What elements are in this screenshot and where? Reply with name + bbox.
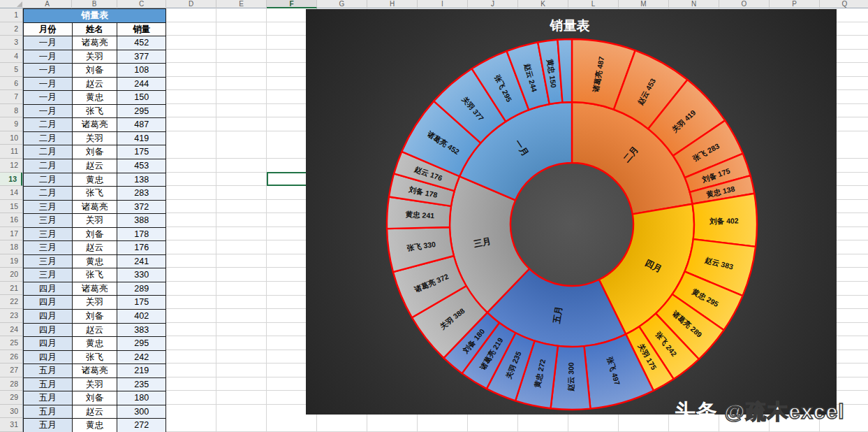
cell[interactable]: 150 bbox=[117, 91, 166, 105]
cell[interactable]: 黄忠 bbox=[73, 337, 118, 351]
cell[interactable]: 402 bbox=[117, 310, 166, 324]
sales-sunburst-chart[interactable]: 二月诸葛亮 487赵云 453关羽 419张飞 283刘备 175黄忠 138四… bbox=[306, 9, 837, 415]
cell[interactable]: 诸葛亮 bbox=[73, 201, 118, 215]
cell[interactable]: 黄忠 bbox=[73, 419, 118, 432]
row-header-4[interactable]: 4 bbox=[0, 50, 22, 64]
cell[interactable]: 419 bbox=[117, 132, 166, 146]
cell[interactable]: 四月 bbox=[24, 296, 73, 310]
column-header-L[interactable]: L bbox=[568, 0, 619, 8]
column-header-N[interactable]: N bbox=[669, 0, 719, 8]
cell[interactable]: 黄忠 bbox=[73, 173, 118, 187]
cell[interactable]: 诸葛亮 bbox=[73, 36, 118, 50]
cell[interactable]: 219 bbox=[117, 364, 166, 378]
cell[interactable]: 张飞 bbox=[73, 187, 118, 201]
row-header-2[interactable]: 2 bbox=[0, 22, 22, 36]
row-header-26[interactable]: 26 bbox=[0, 350, 22, 364]
cell[interactable]: 388 bbox=[117, 214, 166, 228]
row-header-19[interactable]: 19 bbox=[0, 254, 22, 268]
cell[interactable]: 295 bbox=[117, 105, 166, 119]
cell[interactable]: 诸葛亮 bbox=[73, 282, 118, 296]
column-header-O[interactable]: O bbox=[719, 0, 770, 8]
cell[interactable]: 330 bbox=[117, 268, 166, 282]
cell[interactable]: 二月 bbox=[24, 145, 73, 159]
cell[interactable]: 黄忠 bbox=[73, 255, 118, 269]
cell[interactable]: 五月 bbox=[24, 419, 73, 432]
row-header-11[interactable]: 11 bbox=[0, 145, 22, 159]
cell[interactable]: 关羽 bbox=[73, 296, 118, 310]
cell[interactable]: 四月 bbox=[24, 337, 73, 351]
row-header-23[interactable]: 23 bbox=[0, 309, 22, 323]
cell[interactable]: 372 bbox=[117, 201, 166, 215]
row-header-20[interactable]: 20 bbox=[0, 268, 22, 282]
row-header-10[interactable]: 10 bbox=[0, 131, 22, 145]
column-header-K[interactable]: K bbox=[518, 0, 568, 8]
cell[interactable]: 关羽 bbox=[73, 214, 118, 228]
cell[interactable]: 二月 bbox=[24, 132, 73, 146]
cell[interactable]: 175 bbox=[117, 296, 166, 310]
cell[interactable]: 487 bbox=[117, 118, 166, 132]
cell[interactable]: 三月 bbox=[24, 201, 73, 215]
cell[interactable]: 四月 bbox=[24, 324, 73, 338]
cell[interactable]: 295 bbox=[117, 337, 166, 351]
row-header-6[interactable]: 6 bbox=[0, 77, 22, 91]
column-header-C[interactable]: C bbox=[117, 0, 166, 8]
cell[interactable]: 五月 bbox=[24, 378, 73, 392]
row-header-30[interactable]: 30 bbox=[0, 405, 22, 419]
row-header-18[interactable]: 18 bbox=[0, 240, 22, 254]
row-header-28[interactable]: 28 bbox=[0, 377, 22, 391]
cell[interactable]: 452 bbox=[117, 36, 166, 50]
column-header-A[interactable]: A bbox=[23, 0, 72, 8]
cell[interactable]: 一月 bbox=[24, 50, 73, 64]
row-header-14[interactable]: 14 bbox=[0, 186, 22, 200]
cell[interactable]: 一月 bbox=[24, 105, 73, 119]
table-header-3[interactable]: 销量 bbox=[117, 23, 166, 37]
row-header-12[interactable]: 12 bbox=[0, 159, 22, 173]
cell[interactable]: 关羽 bbox=[73, 378, 118, 392]
row-header-31[interactable]: 31 bbox=[0, 418, 22, 432]
cell[interactable]: 二月 bbox=[24, 187, 73, 201]
cell[interactable]: 383 bbox=[117, 324, 166, 338]
row-header-22[interactable]: 22 bbox=[0, 295, 22, 309]
cell[interactable]: 377 bbox=[117, 50, 166, 64]
chart-title[interactable]: 销量表 bbox=[550, 18, 591, 33]
cell[interactable]: 235 bbox=[117, 378, 166, 392]
cell[interactable]: 二月 bbox=[24, 159, 73, 173]
table-header-1[interactable]: 月份 bbox=[24, 23, 73, 37]
cell[interactable]: 272 bbox=[117, 419, 166, 432]
cell[interactable]: 张飞 bbox=[73, 351, 118, 365]
cell[interactable]: 赵云 bbox=[73, 241, 118, 255]
select-all-button[interactable] bbox=[0, 0, 23, 8]
cell[interactable]: 四月 bbox=[24, 310, 73, 324]
cell[interactable]: 三月 bbox=[24, 214, 73, 228]
cell[interactable]: 张飞 bbox=[73, 105, 118, 119]
cell[interactable]: 刘备 bbox=[73, 391, 118, 405]
row-header-17[interactable]: 17 bbox=[0, 227, 22, 241]
column-header-J[interactable]: J bbox=[468, 0, 518, 8]
cell[interactable]: 赵云 bbox=[73, 324, 118, 338]
cell[interactable]: 四月 bbox=[24, 282, 73, 296]
cell[interactable]: 二月 bbox=[24, 173, 73, 187]
cell[interactable]: 一月 bbox=[24, 91, 73, 105]
row-header-1[interactable]: 1 bbox=[0, 8, 22, 22]
cell[interactable]: 四月 bbox=[24, 351, 73, 365]
row-header-29[interactable]: 29 bbox=[0, 391, 22, 405]
row-header-25[interactable]: 25 bbox=[0, 336, 22, 350]
cell[interactable]: 关羽 bbox=[73, 50, 118, 64]
column-header-B[interactable]: B bbox=[72, 0, 117, 8]
cell[interactable]: 175 bbox=[117, 145, 166, 159]
cell[interactable]: 五月 bbox=[24, 391, 73, 405]
column-header-I[interactable]: I bbox=[418, 0, 468, 8]
cell[interactable]: 一月 bbox=[24, 78, 73, 92]
column-header-E[interactable]: E bbox=[216, 0, 267, 8]
cell[interactable]: 刘备 bbox=[73, 310, 118, 324]
cell[interactable]: 138 bbox=[117, 173, 166, 187]
cell[interactable]: 283 bbox=[117, 187, 166, 201]
cell[interactable]: 180 bbox=[117, 391, 166, 405]
cell[interactable]: 三月 bbox=[24, 268, 73, 282]
cell[interactable]: 289 bbox=[117, 282, 166, 296]
cell[interactable]: 诸葛亮 bbox=[73, 118, 118, 132]
row-header-27[interactable]: 27 bbox=[0, 363, 22, 377]
cell[interactable]: 二月 bbox=[24, 118, 73, 132]
cell[interactable]: 一月 bbox=[24, 36, 73, 50]
cell[interactable]: 赵云 bbox=[73, 78, 118, 92]
